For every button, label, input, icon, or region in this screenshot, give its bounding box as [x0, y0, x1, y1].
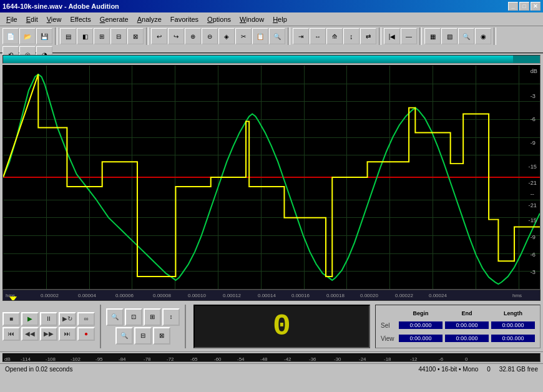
toolbar-group-3: ↩ ↪ ⊕ ⊖ ◈ ✂ 📋 🔍 [151, 28, 285, 44]
current-time-value: 0 [273, 310, 291, 343]
transport-separator-2 [185, 305, 186, 348]
zoom-in-button[interactable]: 🔍 [106, 308, 124, 326]
toolbar-save-btn[interactable]: 💾 [36, 28, 52, 44]
sample-rate: 44100 [418, 366, 436, 373]
toolbar-btn-i[interactable]: ✂ [235, 28, 252, 44]
menu-generate[interactable]: Generate [96, 14, 132, 24]
zoom-sel-button[interactable]: ⊡ [125, 308, 142, 326]
menu-view[interactable]: View [43, 14, 66, 24]
waveform-scrollbar[interactable] [2, 55, 541, 64]
time-mark-2: 0.00004 [78, 293, 96, 298]
time-mark-10: 0.00020 [360, 293, 378, 298]
zoom-row-2: 🔍 ⊟ ⊠ [115, 327, 170, 345]
toolbar-btn-a[interactable]: ▤ [60, 28, 76, 44]
toolbar-btn-t[interactable]: ▧ [441, 28, 457, 44]
toolbar-sep-3 [288, 27, 290, 45]
toolbar-btn-c[interactable]: ⊞ [94, 28, 110, 44]
forward-button[interactable]: ▶▶ [40, 327, 57, 341]
close-button[interactable]: ✕ [531, 2, 541, 11]
svg-text:-24: -24 [359, 356, 366, 362]
zoom-out-button[interactable]: 🔍 [115, 327, 133, 345]
record-button[interactable]: ● [77, 327, 95, 341]
time-mark-5: 0.00010 [188, 293, 206, 298]
toolbar-sep-6 [494, 27, 496, 45]
view-begin: 0:00.000 [399, 335, 443, 342]
toolbar-btn-h[interactable]: ◈ [218, 28, 235, 44]
scroll-thumb[interactable] [3, 56, 513, 63]
toolbar-undo-btn[interactable]: ↩ [151, 28, 167, 44]
toolbar-group-6: ▦ ▧ 🔍 ◉ [424, 28, 491, 44]
toolbar-btn-u[interactable]: 🔍 [458, 28, 474, 44]
svg-text:-42: -42 [284, 356, 291, 362]
svg-text:-95: -95 [95, 356, 103, 362]
menu-help[interactable]: Help [269, 14, 291, 24]
pause-button[interactable]: ⏸ [40, 312, 57, 326]
time-mark-8: 0.00016 [291, 293, 310, 298]
zoom-controls: 🔍 ⊡ ⊞ ↕ 🔍 ⊟ ⊠ [106, 308, 180, 345]
toolbar-btn-l[interactable]: ⇥ [293, 28, 309, 44]
time-info-headers: Begin End Length [381, 310, 535, 316]
menu-file[interactable]: File [2, 14, 21, 24]
toolbar-redo-btn[interactable]: ↪ [168, 28, 184, 44]
toolbar-btn-f[interactable]: ⊕ [185, 28, 201, 44]
toolbar-group-4: ⇥ ↔ ⟰ ↨ ⇄ [293, 28, 376, 44]
skip-start-button[interactable]: ⏮ [2, 327, 20, 341]
zoom-out2-button[interactable]: ⊟ [134, 327, 152, 345]
toolbar-btn-m[interactable]: ↔ [310, 28, 326, 44]
disk-space: 32.81 GB free [499, 366, 538, 373]
toolbar-sep-2 [146, 27, 149, 45]
toolbar-open-btn[interactable]: 📂 [19, 28, 36, 44]
svg-text:-9: -9 [531, 235, 536, 241]
waveform-display[interactable]: dB -3 -6 -9 -15 -21 -- -21 -15 -9 -6 -3 [2, 65, 541, 290]
time-mark-6: 0.00012 [223, 293, 241, 298]
app-title: 1644-10k-sine.wav - Adobe Audition [2, 2, 119, 10]
playhead-marker [9, 296, 17, 301]
view-end: 0:00.000 [445, 335, 489, 342]
toolbar-btn-g[interactable]: ⊖ [202, 28, 218, 44]
zoom-full-button[interactable]: ⊞ [144, 308, 161, 326]
sel-end: 0:00.000 [445, 321, 489, 329]
time-info-panel: Begin End Length Sel 0:00.000 0:00.000 0… [375, 305, 541, 348]
loop-button[interactable]: ∞ [77, 312, 95, 326]
file-info: 44100 • 16-bit • Mono 0 32.81 GB free [418, 366, 538, 373]
length-header: Length [491, 310, 535, 316]
toolbar-btn-o[interactable]: ↨ [343, 28, 360, 44]
menu-favorites[interactable]: Favorites [167, 14, 202, 24]
svg-text:-65: -65 [190, 356, 198, 362]
maximize-button[interactable]: □ [519, 2, 529, 11]
svg-text:-48: -48 [260, 356, 268, 362]
svg-text:-15: -15 [529, 217, 537, 223]
svg-text:-12: -12 [410, 356, 418, 362]
toolbar-new-btn[interactable]: 📄 [2, 28, 19, 44]
skip-end-button[interactable]: ⏭ [59, 327, 76, 341]
menu-analyze[interactable]: Analyze [134, 14, 165, 24]
status-bar: Opened in 0.02 seconds 44100 • 16-bit • … [0, 363, 543, 375]
minimize-button[interactable]: _ [508, 2, 518, 11]
play-loop-button[interactable]: ▶↻ [59, 312, 76, 326]
toolbar-btn-b[interactable]: ◧ [77, 28, 93, 44]
toolbar-btn-e[interactable]: ⊠ [127, 28, 144, 44]
menu-options[interactable]: Options [203, 14, 235, 24]
channels: Mono [462, 366, 478, 373]
toolbar-btn-p[interactable]: ⇄ [360, 28, 376, 44]
zoom-reset-button[interactable]: ⊠ [153, 327, 170, 345]
toolbar-btn-v[interactable]: ◉ [475, 28, 491, 44]
toolbar-btn-n[interactable]: ⟰ [326, 28, 343, 44]
toolbar-btn-q[interactable]: |◀ [384, 28, 400, 44]
toolbar-btn-j[interactable]: 📋 [252, 28, 268, 44]
svg-text:-30: -30 [334, 356, 341, 362]
zoom-v-button[interactable]: ↕ [162, 308, 180, 326]
toolbar-btn-r[interactable]: — [401, 28, 417, 44]
svg-rect-12 [3, 354, 540, 362]
toolbar-btn-d[interactable]: ⊟ [110, 28, 127, 44]
svg-text:-21: -21 [529, 202, 537, 208]
rewind-button[interactable]: ◀◀ [21, 327, 39, 341]
menu-effects[interactable]: Effects [66, 14, 94, 24]
toolbar-btn-k[interactable]: 🔍 [269, 28, 285, 44]
view-length: 0:00.000 [491, 335, 535, 342]
menu-edit[interactable]: Edit [22, 14, 42, 24]
toolbar-btn-s[interactable]: ▦ [424, 28, 441, 44]
play-button[interactable]: ▶ [21, 312, 39, 326]
menu-window[interactable]: Window [236, 14, 268, 24]
stop-button[interactable]: ■ [2, 312, 20, 326]
